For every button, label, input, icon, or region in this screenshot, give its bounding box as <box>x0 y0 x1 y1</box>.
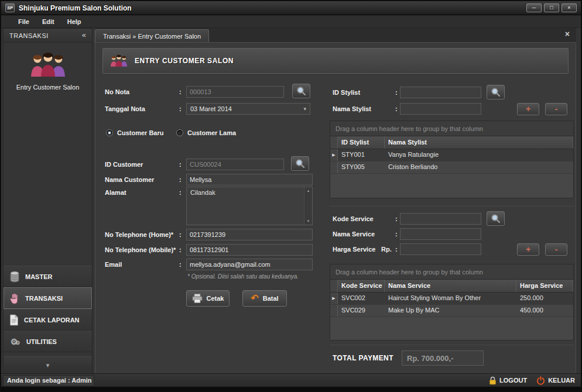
harga-service-input[interactable] <box>400 243 481 255</box>
nama-stylist-label: Nama Stylist <box>333 105 371 112</box>
column-header-nama-stylist[interactable]: Nama Stylist <box>385 136 573 149</box>
sidebar-collapse-icon[interactable]: « <box>82 30 86 39</box>
sidebar-item-transaksi[interactable]: TRANSAKSI <box>4 287 92 309</box>
colon: : <box>179 231 182 238</box>
logout-button[interactable]: LOGOUT <box>489 376 527 385</box>
colon: : <box>179 189 182 196</box>
radio-label: Customer Lama <box>187 129 236 136</box>
alamat-textarea[interactable]: Cilandak ▲ ▼ <box>186 187 313 225</box>
sidebar-item-master[interactable]: MASTER <box>4 266 92 287</box>
batal-button[interactable]: ↶ Batal <box>242 290 287 307</box>
window-title: Shinjuku Premium Salon Solution <box>19 4 132 12</box>
nama-customer-input[interactable] <box>186 174 313 185</box>
sidebar-item-cetak-laporan[interactable]: CETAK LAPORAN <box>4 309 92 331</box>
id-stylist-search-button[interactable] <box>487 85 505 99</box>
tab-entry-customer-salon[interactable]: Transaksi » Entry Customer Salon <box>95 29 209 42</box>
column-header-harga-service[interactable]: Harga Service <box>516 280 573 292</box>
tanggal-nota-dropdown[interactable]: 03 Maret 2014 ▾ <box>186 103 310 115</box>
no-nota-input <box>186 86 284 98</box>
tabstrip: Transaksi » Entry Customer Salon × <box>95 28 576 42</box>
id-customer-search-button[interactable] <box>291 156 309 171</box>
menu-file[interactable]: File <box>12 16 36 27</box>
row-selected-marker-icon: ▶ <box>330 293 338 304</box>
colon: : <box>179 88 182 95</box>
nama-stylist-input[interactable] <box>400 103 481 115</box>
scroll-down-icon[interactable]: ▼ <box>307 219 310 223</box>
kode-service-search-button[interactable] <box>487 211 505 226</box>
no-nota-label: No Nota <box>105 88 129 95</box>
sidebar-group-header: TRANSAKSI « <box>4 29 92 43</box>
stylist-add-button[interactable]: + <box>517 103 539 115</box>
stylist-grid-header: ID Stylist Nama Stylist <box>330 136 573 149</box>
grid-gutter <box>330 136 338 149</box>
nama-customer-label: Nama Customer <box>105 176 154 183</box>
cetak-button-label: Cetak <box>207 295 224 302</box>
printer-icon <box>192 294 203 303</box>
total-payment-label: TOTAL PAYMENT <box>333 354 393 362</box>
email-input[interactable] <box>186 259 313 270</box>
minimize-button[interactable]: ─ <box>526 4 542 12</box>
column-header-id-stylist[interactable]: ID Stylist <box>338 136 385 149</box>
report-document-icon <box>9 314 19 326</box>
search-icon <box>491 214 501 223</box>
sidebar: TRANSAKSI « Entry Customer Salon <box>3 28 93 376</box>
radio-customer-lama[interactable]: Customer Lama <box>176 129 236 136</box>
grid-gutter <box>330 280 338 292</box>
sidebar-overflow-button[interactable]: ▾ <box>4 356 92 373</box>
radio-customer-baru[interactable]: Customer Baru <box>106 129 163 136</box>
tanggal-nota-label: Tanggal Nota <box>105 105 145 112</box>
service-add-button[interactable]: + <box>517 243 539 256</box>
table-row[interactable]: ▶ STY001 Vanya Ratulangie <box>330 149 573 161</box>
table-row[interactable]: STY005 Criston Berliando <box>330 161 573 174</box>
scroll-up-icon[interactable]: ▲ <box>307 189 310 192</box>
tanggal-nota-value: 03 Maret 2014 <box>190 105 232 112</box>
colon: : <box>179 105 182 112</box>
harga-service-label: Harga Service <box>333 246 375 253</box>
logout-label: LOGOUT <box>499 377 527 384</box>
menu-help[interactable]: Help <box>61 16 88 27</box>
page-title: ENTRY CUSTOMER SALON <box>135 57 234 65</box>
table-row[interactable]: ▶ SVC002 Haircut Styling Woman By Other … <box>330 293 573 305</box>
grid-gutter <box>330 305 338 317</box>
salon-women-icon <box>27 50 69 80</box>
tab-close-icon[interactable]: × <box>565 29 570 39</box>
cell-id-stylist: STY001 <box>338 149 385 161</box>
sidebar-item-utilities[interactable]: ⚙⚙ UTILITIES <box>4 331 92 352</box>
column-header-kode-service[interactable]: Kode Service <box>338 280 385 292</box>
kode-service-input[interactable] <box>400 213 481 225</box>
no-nota-search-button[interactable] <box>292 84 310 98</box>
login-status: Anda login sebagai : Admin <box>3 375 94 386</box>
phone-mobile-input[interactable] <box>186 244 313 256</box>
close-button[interactable]: × <box>562 4 577 12</box>
row-selected-marker-icon: ▶ <box>330 149 338 161</box>
id-customer-label: ID Customer <box>105 161 143 168</box>
cetak-button[interactable]: Cetak <box>186 290 230 307</box>
keluar-button[interactable]: KELUAR <box>536 376 575 385</box>
batal-button-label: Batal <box>263 295 279 302</box>
stylist-grid-groupby-hint: Drag a column header here to group by th… <box>330 121 573 136</box>
maximize-button[interactable]: □ <box>544 4 559 12</box>
nav-label: TRANSAKSI <box>25 295 63 302</box>
table-row[interactable]: SVC029 Make Up By MAC 450.000 <box>330 305 573 317</box>
cell-harga-service: 450.000 <box>516 305 573 317</box>
section-divider <box>330 345 574 345</box>
stylist-remove-button[interactable]: - <box>545 103 567 115</box>
service-remove-button[interactable]: - <box>545 243 567 256</box>
sidebar-item-entry-customer-salon[interactable]: Entry Customer Salon <box>4 50 92 91</box>
window-bottom-edge <box>1 387 581 391</box>
column-header-nama-service[interactable]: Nama Service <box>385 280 516 292</box>
colon: : <box>179 161 182 168</box>
nama-service-input[interactable] <box>400 228 481 240</box>
nama-service-label: Nama Service <box>333 231 375 238</box>
alamat-scrollbar[interactable]: ▲ ▼ <box>304 187 312 225</box>
nav-label: UTILITIES <box>26 338 57 345</box>
service-grid-groupby-hint: Drag a column header here to group by th… <box>330 264 573 280</box>
colon: : <box>395 215 398 222</box>
cell-kode-service: SVC002 <box>338 293 385 304</box>
phone-home-input[interactable] <box>186 229 313 240</box>
entry-customer-salon-panel: ENTRY CUSTOMER SALON No Nota : Tanggal N… <box>95 42 576 374</box>
id-stylist-input[interactable] <box>400 87 481 98</box>
nav-label: MASTER <box>25 273 52 280</box>
menu-edit[interactable]: Edit <box>36 16 61 27</box>
search-icon <box>295 159 305 169</box>
